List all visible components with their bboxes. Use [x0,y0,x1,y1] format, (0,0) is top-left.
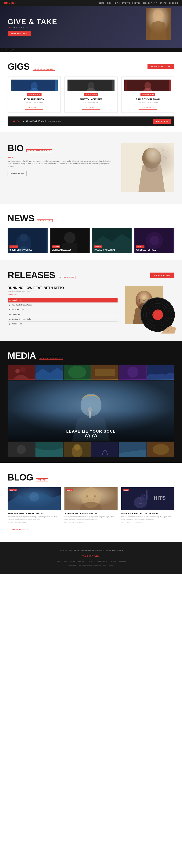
blog-image-3[interactable]: HITS 02.28 [121,487,175,510]
blog-card-2: 21.5.01 Sophomore Albums: Best in Duis a… [64,487,118,523]
play-icon-2: ▶ [9,304,11,306]
track-5[interactable]: ▶ We Can Only Love Today [7,317,118,321]
footer-nav-discography[interactable]: DISCOGRAPHY [96,560,108,562]
view-blog-button[interactable]: View More Posts [7,527,32,532]
media-thumb-b6[interactable] [147,442,175,457]
buy-tickets-1[interactable]: Buy tickets [25,106,43,110]
more-dates-button[interactable]: More Tour Dates [148,64,175,69]
nav-news[interactable]: NEWS [114,2,120,4]
hero-section: GIVE & TAKE • • • Running Live Purchase … [0,6,182,48]
footer-logo-accent: MAGIK [89,555,100,558]
news-date-3: 17.05.11 [94,245,102,248]
media-thumb-b1[interactable] [7,442,35,457]
footer-nav-gigs[interactable]: GIGS [63,560,67,562]
release-date: Released November 2015 / 2016 [7,291,118,292]
news-title-3: Puddelpop Festival [94,249,130,251]
nav-photos[interactable]: PHOTOS [132,2,141,4]
svg-text:HITS: HITS [154,495,166,501]
svg-point-16 [167,151,169,152]
track-4[interactable]: ▶ Steel Chair [7,312,118,317]
bio-text: Duis in accumsan dolor, id placerat mi. … [7,160,114,168]
news-card-1[interactable]: 17.05.15 Brighton Concorde2 [7,228,48,253]
releases-title: RELEASES discography [7,270,75,280]
bio-section: BIO short story about us May 2013 Duis i… [0,132,182,204]
media-thumb-3[interactable] [63,365,91,380]
nav-home[interactable]: HOME [98,2,104,4]
track-1[interactable]: ▶ Running Low [7,298,118,303]
media-thumb-1[interactable] [7,365,35,380]
logo[interactable]: THEMAGIK [4,2,17,4]
blog-title-2: Sophomore Albums: Best in [64,512,118,515]
media-thumb-b5[interactable] [119,442,146,457]
nav-events[interactable]: EVENTS [122,2,130,4]
nav-store[interactable]: STORE [160,2,166,4]
news-card-4[interactable]: 22.05.11 Wireless Festival [134,228,175,253]
footer-nav-store[interactable]: STORE [111,560,116,562]
banner-text: 20.02.16 – Air and Style Festival Innsbr… [11,120,61,122]
gig-date-2: 06.21 1806.21.15 [84,93,98,96]
media-thumb-5[interactable] [119,365,146,380]
media-thumb-b2[interactable] [35,442,63,457]
news-card-3[interactable]: 17.05.11 Puddelpop Festival [92,228,132,253]
blog-card-1: 17.24.15 Free the Music – Stagelight on … [7,487,61,523]
media-section: MEDIA make a video here! [0,341,182,463]
banner-buy-button[interactable]: Buy tickets [153,119,171,124]
running-line-icon: ▶ [4,49,5,51]
blog-section: BLOG Updates 17.24.15 [0,463,182,542]
blog-meta-2: LOVEFOUND • COMMENTS [64,522,118,523]
media-thumb-6[interactable] [147,365,175,380]
gigs-banner: 20.02.16 – Air and Style Festival Innsbr… [7,117,175,126]
blog-image-1[interactable]: 17.24.15 [7,487,61,510]
footer-nav-photos[interactable]: PHOTOS [87,560,93,562]
bio-content: BIO short story about us May 2013 Duis i… [7,143,114,176]
track-2[interactable]: ▶ You Can Only Love Today [7,303,118,307]
releases-purchase-button[interactable]: Purchase now [150,273,175,278]
logo-text: THE [4,2,8,4]
track-list: ▶ Running Low ▶ You Can Only Love Today … [7,298,118,326]
media-thumb-4[interactable] [91,365,119,380]
media-thumb-b3[interactable] [63,442,91,457]
footer-nav-home[interactable]: HOME [56,560,60,562]
blog-grid: 17.24.15 Free the Music – Stagelight on … [7,487,175,523]
blog-date-1: 17.24.15 [9,489,17,491]
footer-nav-news[interactable]: NEWS [70,560,75,562]
track-3[interactable]: ▶ Love The Guns [7,307,118,312]
svg-point-11 [164,153,165,154]
banner-date: 20.02.16 [11,120,20,122]
news-title-4: Wireless Festival [136,249,173,251]
blog-image-2[interactable]: 21.5.01 [64,487,118,510]
read-bio-button[interactable]: Read Full Bio [7,171,27,176]
svg-point-1 [153,9,163,22]
news-tag: what's new [37,219,53,222]
media-title-text: MEDIA [7,350,36,361]
nav-booking[interactable]: BOOKING [169,2,178,4]
nav-links: HOME GIGS NEWS EVENTS PHOTOS DISCOGRAPHY… [98,2,178,4]
gig-date-3: 06.21 1806.21.15 [141,93,155,96]
gig-name-1: Kick The Brick [11,98,58,101]
svg-point-63 [74,444,80,451]
footer-logo: THEMAGIK [7,555,175,558]
media-thumb-2[interactable] [35,365,63,380]
buy-tickets-2[interactable]: Buy tickets [82,106,100,110]
track-6[interactable]: ▶ Running Low [7,321,118,326]
play-icon-1: ▶ [9,300,11,301]
buy-tickets-3[interactable]: Buy tickets [139,106,157,110]
media-thumb-b4[interactable] [91,442,119,457]
blog-title: BLOG Updates [7,472,175,483]
video-heart-button[interactable]: ♥ [92,434,97,438]
logo-accent: MAGIK [8,2,17,4]
video-play-button[interactable]: ▶ [85,434,90,438]
svg-point-14 [161,148,163,149]
news-card-2[interactable]: 14.05.15 BIO: New Releases [50,228,90,253]
purchase-button[interactable]: Purchase now [7,31,31,36]
svg-point-59 [17,445,26,454]
nav-gigs[interactable]: GIGS [107,2,112,4]
footer-nav-events[interactable]: EVENTS [78,560,84,562]
svg-point-69 [29,492,39,501]
nav-discography[interactable]: DISCOGRAPHY [143,2,158,4]
blog-card-3: HITS 02.28 Indie Rock Record of the Year… [121,487,175,523]
hero-image [146,8,171,40]
footer-nav-booking[interactable]: BOOKING [119,560,126,562]
track-name-3: Love The Guns [12,309,24,311]
media-tag: make a video here! [39,356,63,360]
